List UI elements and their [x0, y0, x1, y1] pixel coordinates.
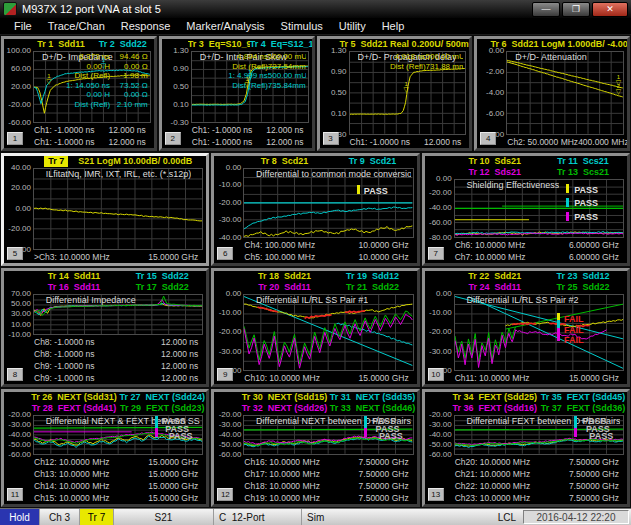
- limit-test-result-label: PASS: [589, 431, 613, 441]
- menu-bar: FileTrace/ChanResponseMarker/AnalysisSti…: [0, 18, 631, 35]
- channel-window-12[interactable]: Tr 30 NEXT (Sdd15)Tr 31 NEXT (Sdd35)Tr 3…: [211, 389, 419, 507]
- limit-test-result-label: PASS: [574, 212, 598, 222]
- status-trigger-hold: Hold: [0, 509, 40, 525]
- stimulus-row: Ch1: -1.0000 ns12.000 ns: [162, 136, 312, 148]
- trace-label-row: Tr 24 Sdd11Tr 25 Sdd22: [425, 282, 627, 293]
- plot-area[interactable]: D+/D- Attenuation1▽2▽: [506, 51, 624, 135]
- stimulus-row: Ch12: 10.0000 MHz15.0000 GHz: [4, 456, 206, 468]
- trace-label: Tr 13 Scs21: [539, 167, 627, 178]
- menu-item-utility[interactable]: Utility: [331, 20, 374, 32]
- plot-area[interactable]: Differential Impedance: [33, 294, 203, 336]
- app-icon[interactable]: [3, 2, 17, 16]
- limit-test-result-label: PASS: [574, 198, 598, 208]
- plot-area[interactable]: Differential IL/RL SS Pair #2FAILFAILFAI…: [454, 294, 624, 372]
- channel-window-6[interactable]: Tr 8 Scd21Tr 9 Scd210.00-10.00-20.00-30.…: [211, 153, 419, 266]
- trace-label: Tr 12 Sds21: [451, 167, 539, 178]
- plot-area[interactable]: Differential NEXT & FEXT between SSPASSP…: [33, 415, 203, 455]
- stimulus-row: Ch5: 100.000 MHz10.0000 GHz: [214, 251, 416, 263]
- trace-marker-triangle-icon: ▽: [616, 89, 621, 95]
- trace-label: Tr 27 NEXT (Sdd24): [118, 392, 206, 403]
- stimulus-start: Ch1: -1.0000 ns: [350, 136, 410, 148]
- stimulus-start: Ch14: 10.0000 MHz: [34, 480, 110, 492]
- stimulus-start: Ch6: 10.0000 MHz: [455, 239, 526, 251]
- plot-title: D+/D- Propagation delay: [358, 52, 457, 62]
- stimulus-stop: 12.000 ns: [424, 136, 461, 148]
- channel-window-8[interactable]: Tr 14 Sdd11Tr 15 Sdd22Tr 16 Sdd11Tr 17 S…: [1, 268, 209, 388]
- stimulus-row: Ch20: 10.0000 MHz7.50000 GHz: [425, 456, 627, 468]
- channel-window-5[interactable]: Tr 7S21 LogM 10.00dB/ 0.00dB40.0020.000.…: [1, 153, 209, 266]
- plot-area[interactable]: Differential FEXT between D+/D- PairsPAS…: [454, 415, 624, 455]
- y-axis-tick-label: -20.00: [8, 225, 31, 233]
- vna-application-window: M937X 12 port VNA at slot 5 — ❐ ✕ FileTr…: [0, 0, 631, 525]
- menu-item-help[interactable]: Help: [374, 20, 413, 32]
- channel-window-3[interactable]: Tr 5 Sdd21 Real 0.200U/ 500mU1.300.900.5…: [317, 36, 473, 151]
- stimulus-stop: 7.50000 GHz: [359, 492, 409, 504]
- stimulus-stop: 15.0000 GHz: [148, 456, 198, 468]
- plot-title: Shielding Effectiveness: [466, 180, 559, 190]
- stimulus-row: Ch8: -1.0000 ns12.000 ns: [4, 348, 206, 360]
- plot-area[interactable]: D+/D- Propagation delay4.918 ns500.00 mU…: [349, 51, 467, 135]
- plot-title: Differential Impedance: [46, 295, 136, 305]
- trace-label-row: Tr 12 Sds21Tr 13 Scs21: [425, 167, 627, 178]
- stimulus-start: Ch13: 10.0000 MHz: [34, 468, 110, 480]
- plot-area[interactable]: D+/D- Impedance8.373 ns94.46 Ω0.00 H0.00…: [33, 51, 151, 123]
- menu-item-marker-analysis[interactable]: Marker/Analysis: [178, 20, 272, 32]
- plot-area[interactable]: Differential NEXT between D+/D- PairsPAS…: [243, 415, 413, 455]
- menu-item-response[interactable]: Response: [113, 20, 179, 32]
- minimize-button[interactable]: —: [532, 2, 560, 17]
- close-button[interactable]: ✕: [592, 2, 628, 17]
- trace-label: Tr 3 Eq=S10_9=S10: [188, 39, 250, 50]
- panel-number-badge: 3: [323, 132, 339, 145]
- panel-number-badge: 9: [217, 368, 233, 381]
- trace-label: Tr 15 Sdd22: [118, 271, 206, 282]
- plot-area[interactable]: Shielding EffectivenessPASSPASSPASS: [454, 179, 624, 238]
- y-axis-tick-label: -40.00: [8, 431, 31, 439]
- trace-label: Tr 33 NEXT (Sdd46): [328, 403, 416, 414]
- y-axis-tick-label: 0.90: [173, 65, 189, 73]
- stimulus-start: Ch10: 10.0000 MHz: [244, 372, 320, 384]
- trace-label-row: Tr 28 FEXT (Sdd41)Tr 29 FEXT (Sdd23): [4, 403, 206, 414]
- trace-label-row: Tr 8 Scd21Tr 9 Scd21: [214, 156, 416, 167]
- plot-wrap: 0.00-2.00-4.00-6.00-8.00D+/D- Attenuatio…: [477, 50, 627, 136]
- y-axis-tick-label: -60.00: [429, 219, 452, 227]
- y-axis-tick-label: -6.00: [486, 110, 504, 118]
- stimulus-stop: 10.0000 GHz: [359, 239, 409, 251]
- menu-item-stimulus[interactable]: Stimulus: [273, 20, 331, 32]
- channel-window-10[interactable]: Tr 22 Sdd21Tr 23 Sdd12Tr 24 Sdd11Tr 25 S…: [422, 268, 630, 388]
- panel-number-badge: 2: [165, 132, 181, 145]
- trace-label: Tr 9 Scd21: [328, 156, 416, 167]
- trace-marker-triangle-icon: ▽: [404, 87, 409, 93]
- channel-window-2[interactable]: Tr 3 Eq=S10_9=S10Tr 4 Eq=S12_11=S11.300.…: [159, 36, 315, 151]
- trace-label: Tr 4 Eq=S12_11=S1: [250, 39, 312, 50]
- window-controls: — ❐ ✕: [532, 2, 628, 17]
- plot-area[interactable]: Differential IL/RL SS Pair #1: [243, 294, 413, 372]
- stimulus-row: Ch22: 10.0000 MHz7.50000 GHz: [425, 480, 627, 492]
- channel-window-4[interactable]: Tr 6 Sdd21 LogM 1.000dB/ -4.00dB0.00-2.0…: [474, 36, 630, 151]
- plot-wrap: -20.00-30.00-40.00-50.00-60.00Differenti…: [425, 414, 627, 456]
- stimulus-start: Ch1: -1.0000 ns: [34, 136, 94, 148]
- status-local-remote: LCL: [491, 509, 523, 525]
- plot-area[interactable]: D+/D- Intra Pair Skew4.894 ns500.00 mUDi…: [191, 51, 309, 123]
- stimulus-start: Ch21: 10.0000 MHz: [455, 468, 531, 480]
- y-axis-tick-label: 0.00: [226, 164, 242, 172]
- stimulus-start: Ch4: 100.000 MHz: [244, 239, 315, 251]
- channel-window-1[interactable]: Tr 1 Sdd11Tr 2 Sdd22100.0060.0020.00-20.…: [1, 36, 157, 151]
- menu-item-trace-chan[interactable]: Trace/Chan: [40, 20, 113, 32]
- channel-window-11[interactable]: Tr 26 NEXT (Sdd31)Tr 27 NEXT (Sdd24)Tr 2…: [1, 389, 209, 507]
- plot-area[interactable]: ILfitatNq, IMR, IXT, IRL, etc. (*.s12p): [33, 168, 203, 250]
- stimulus-row: >Ch3: 10.0000 MHz15.0000 GHz: [4, 251, 206, 263]
- limit-test-result-label: PASS: [169, 431, 193, 441]
- trace-label-row: Tr 26 NEXT (Sdd31)Tr 27 NEXT (Sdd24): [4, 392, 206, 403]
- trace-label: Tr 23 Sdd12: [539, 271, 627, 282]
- limit-test-result-label: PASS: [364, 186, 388, 196]
- y-axis-tick-label: 0.50: [173, 83, 189, 91]
- trace-label: Tr 5 Sdd21 Real 0.200U/ 500mU: [340, 39, 470, 50]
- channel-window-13[interactable]: Tr 34 FEXT (Sdd25)Tr 35 FEXT (Sdd45)Tr 3…: [422, 389, 630, 507]
- plot-area[interactable]: Differential to common mode conversionPA…: [243, 168, 413, 238]
- menu-item-file[interactable]: File: [6, 20, 40, 32]
- limit-test-marker-bar: [574, 428, 577, 437]
- maximize-button[interactable]: ❐: [562, 2, 590, 17]
- y-axis-tick-label: 0.50: [331, 89, 347, 97]
- channel-window-7[interactable]: Tr 10 Sds21Tr 11 Scs21Tr 12 Sds21Tr 13 S…: [422, 153, 630, 266]
- channel-window-9[interactable]: Tr 18 Sdd21Tr 19 Sdd12Tr 20 Sdd11Tr 21 S…: [211, 268, 419, 388]
